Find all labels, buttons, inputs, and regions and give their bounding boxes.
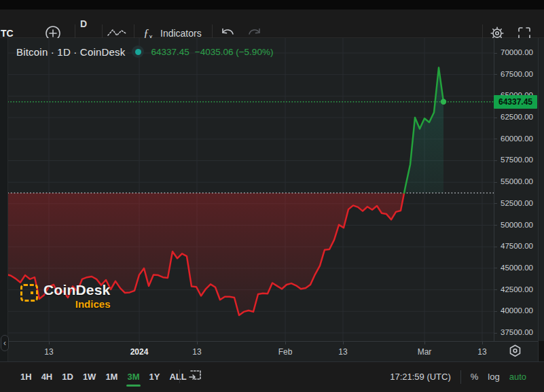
last-point-dot [441,99,446,105]
trading-chart-app: TC D ƒx Indicators [0,0,544,392]
range-button-1y[interactable]: 1Y [149,372,160,382]
price-tick-label: 52500.00 [494,199,539,207]
range-button-1d[interactable]: 1D [62,372,73,382]
time-tick-mark [139,342,140,344]
time-tick-mark [285,342,286,344]
time-tick-mark [49,342,50,344]
time-tick-label: 13 [323,347,363,357]
price-tick-label: 42500.00 [494,285,539,293]
time-tick-mark [343,342,344,344]
time-tick-label: Mar [404,347,445,357]
range-selector: 1H4H1D1W1M3M1YALL [20,361,187,392]
series-status-dot-icon [132,46,144,58]
chart-legend[interactable]: Bitcoin · 1D · CoinDesk 64337.45 −4035.0… [16,45,273,58]
watermark-subtitle: Indices [75,298,111,310]
time-tick-label: 2024 [119,347,160,357]
coindesk-watermark: CoinDesk Indices [20,282,110,310]
price-tick-label: 55000.00 [494,177,539,185]
range-button-1h[interactable]: 1H [20,372,32,382]
time-tick-mark [197,342,198,344]
legend-last-price: 64337.45 [151,47,189,57]
price-tick-label: 47500.00 [494,242,539,250]
price-tick-label: 50000.00 [494,221,539,229]
time-tick-label: 13 [177,347,217,357]
range-button-4h[interactable]: 4H [41,372,53,382]
chart-style-icon[interactable] [107,28,126,39]
price-tick-label: 40000.00 [494,306,539,315]
top-toolbar: TC D ƒx Indicators [0,10,544,38]
price-axis[interactable]: 70000.0067500.0065000.0062500.0060000.00… [494,38,544,341]
window-top-strip [0,0,544,10]
price-axis-right-edge [538,38,539,361]
footer-separator [179,370,180,383]
price-tick-label: 37500.00 [494,328,539,336]
axis-settings-hexagon-icon[interactable] [508,344,522,358]
range-button-1w[interactable]: 1W [83,372,96,382]
footer-right-controls: 17:21:59 (UTC) % log auto [390,361,526,392]
time-tick-label: 13 [29,347,69,357]
time-axis[interactable]: 13202413Feb13Mar13 [8,341,538,361]
clock-label[interactable]: 17:21:59 (UTC) [390,372,451,382]
coindesk-logo-icon [20,284,38,302]
price-tick-label: 45000.00 [494,264,539,272]
legend-change: −4035.06 (−5.90%) [195,47,274,57]
last-price-badge: 64337.45 [494,95,537,109]
price-tick-label: 57500.00 [494,156,539,164]
time-tick-mark [424,342,425,344]
left-toolbar-strip [0,38,8,361]
range-button-3m[interactable]: 3M [127,372,139,382]
time-tick-label: Feb [265,347,306,357]
go-to-date-icon[interactable] [188,368,203,382]
legend-title: Bitcoin · 1D · CoinDesk [16,46,125,58]
time-tick-label: 13 [462,347,503,357]
price-tick-label: 60000.00 [494,135,539,143]
range-button-all[interactable]: ALL [169,372,186,382]
collapse-drawing-toolbar-button[interactable]: ‹ [1,335,9,351]
price-tick-label: 62500.00 [494,113,539,121]
range-button-1m[interactable]: 1M [105,372,117,382]
time-tick-mark [482,342,483,344]
log-scale-toggle[interactable]: log [488,372,499,382]
interval-button[interactable]: D [80,10,87,38]
percent-scale-toggle[interactable]: % [471,372,479,382]
watermark-title: CoinDesk [43,282,110,298]
auto-scale-toggle[interactable]: auto [509,372,526,382]
price-tick-label: 67500.00 [494,70,539,78]
footer-separator [460,370,461,384]
price-tick-label: 70000.00 [494,48,539,56]
